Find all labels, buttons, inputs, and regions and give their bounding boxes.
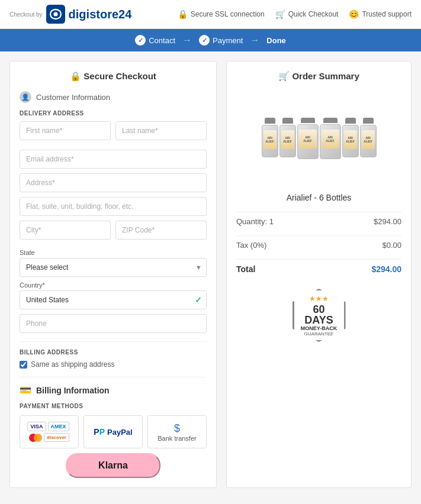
card-payment-button[interactable]: VISA AMEX discover: [20, 415, 79, 448]
done-step-label: Done: [266, 36, 286, 45]
bottle-body-2: ARIALIEF: [279, 125, 296, 157]
same-shipping-label: Same as shipping address: [31, 360, 114, 369]
header: Checkout by digistore24 🔒 Secure SSL con…: [0, 0, 421, 29]
bottle-cap-6: [363, 118, 374, 124]
bottle-body-3: ARIALIEF: [297, 124, 319, 159]
quick-checkout-label: Quick Checkout: [288, 10, 339, 18]
address2-group: [20, 197, 207, 216]
name-row: [20, 121, 207, 145]
step-contact: ✓ Contact: [135, 35, 175, 46]
visa-logo: VISA: [27, 422, 46, 431]
paypal-label: PayPal: [107, 428, 133, 437]
payment-methods-label: PAYMENT METHODS: [20, 403, 207, 409]
billing-info-section: 💳 Billing Information: [20, 377, 207, 396]
bottle-2: ARIALIEF: [279, 118, 296, 159]
total-line: Total $294.00: [236, 264, 401, 274]
hex-guarantee: GUARANTEE: [304, 331, 334, 337]
paypal-payment-button[interactable]: PP PayPal: [83, 415, 143, 448]
bottle-label-1: ARIALIEF: [263, 130, 277, 149]
customer-info-header: 👤 Customer Information: [20, 91, 207, 103]
bank-transfer-button[interactable]: $ Bank transfer: [147, 415, 207, 448]
same-shipping-checkbox[interactable]: [20, 361, 27, 369]
trusted-support-badge: 😊 Trusted support: [349, 9, 412, 19]
phone-group: [20, 314, 207, 333]
cart-icon: 🛒: [275, 9, 285, 19]
bottle-body-5: ARIALIEF: [342, 125, 359, 157]
bottle-label-text-3: ARIALIEF: [303, 135, 311, 143]
smile-icon: 😊: [349, 9, 359, 19]
amex-logo: AMEX: [48, 422, 69, 431]
arrow-2: →: [250, 35, 259, 46]
quantity-value: $294.00: [374, 217, 401, 226]
contact-check-icon: ✓: [135, 35, 146, 46]
bank-transfer-content: $ Bank transfer: [158, 422, 196, 442]
tax-value: $0.00: [382, 241, 401, 250]
address-input[interactable]: [20, 173, 207, 192]
state-select-wrapper: Please select ▼: [20, 258, 207, 277]
bottle-label-3: ARIALIEF: [299, 130, 317, 148]
order-summary-title: 🛒 Order Summary: [236, 71, 401, 82]
state-label: State: [20, 249, 207, 256]
svg-point-1: [53, 12, 57, 16]
discover-logo: discover: [44, 433, 69, 442]
city-group: [20, 221, 111, 240]
last-name-input[interactable]: [115, 121, 207, 140]
city-input[interactable]: [20, 221, 111, 240]
secure-checkout-title: 🔒 Secure Checkout: [20, 71, 207, 82]
paypal-p1: P: [94, 427, 99, 437]
bottle-label-2: ARIALIEF: [281, 130, 294, 149]
bottle-4-large: ARIALIEF: [320, 118, 341, 159]
product-name: Arialief - 6 Bottles: [236, 193, 401, 202]
checkout-by-label: Checkout by: [9, 11, 43, 18]
total-label: Total: [236, 264, 255, 274]
bottle-label-6: ARIALIEF: [362, 130, 375, 149]
credit-card-icon: 💳: [20, 385, 31, 396]
first-name-group: [20, 121, 111, 140]
bottle-3-large: ARIALIEF: [297, 118, 319, 159]
billing-info-label: Billing Information: [36, 386, 110, 395]
header-left: Checkout by digistore24: [9, 5, 131, 24]
mastercard-logo: [29, 434, 42, 442]
ssl-badge: 🔒 Secure SSL connection: [178, 9, 265, 19]
bottle-body-4: ARIALIEF: [320, 124, 341, 159]
state-select[interactable]: Please select: [20, 258, 207, 277]
klarna-row: Klarna: [20, 453, 207, 478]
product-image: ARIALIEF ARIALIEF: [236, 91, 401, 186]
main-content: 🔒 Secure Checkout 👤 Customer Information…: [0, 51, 421, 497]
bottles-container: ARIALIEF ARIALIEF: [262, 118, 377, 159]
klarna-button[interactable]: Klarna: [66, 453, 160, 478]
country-check-icon: ✓: [195, 295, 202, 305]
address2-input[interactable]: [20, 197, 207, 216]
hex-shape: ★★★ 60 DAYS MONEY-BACK GUARANTEE: [293, 289, 346, 342]
right-panel: 🛒 Order Summary ARIALIEF: [226, 61, 412, 488]
bottle-cap-3: [301, 118, 315, 123]
tax-label: Tax (0%): [236, 241, 266, 250]
guarantee-badge: ★★★ 60 DAYS MONEY-BACK GUARANTEE: [236, 286, 401, 345]
hexagon-badge: ★★★ 60 DAYS MONEY-BACK GUARANTEE: [290, 286, 349, 345]
phone-input[interactable]: [20, 314, 207, 333]
same-as-shipping-row: Same as shipping address: [20, 360, 207, 369]
bottle-label-4: ARIALIEF: [322, 130, 339, 148]
progress-bar: ✓ Contact → ✓ Payment → Done: [0, 29, 421, 51]
digistore-logo-icon: [46, 5, 65, 24]
bottle-label-5: ARIALIEF: [344, 130, 357, 149]
first-name-input[interactable]: [20, 121, 111, 140]
email-input[interactable]: [20, 150, 207, 169]
bank-label: Bank transfer: [158, 435, 196, 442]
city-zip-row: [20, 221, 207, 244]
quantity-label: Quantity: 1: [236, 217, 274, 226]
header-badges: 🔒 Secure SSL connection 🛒 Quick Checkout…: [178, 9, 412, 19]
ssl-icon: 🔒: [178, 9, 188, 19]
customer-info-label: Customer Information: [36, 93, 110, 102]
payment-step-label: Payment: [213, 36, 243, 45]
billing-address-label: BILLING ADDRESS: [20, 349, 207, 356]
card-logos: VISA AMEX discover: [25, 422, 73, 442]
country-select[interactable]: United States: [20, 290, 207, 309]
payment-methods-section: PAYMENT METHODS VISA AMEX di: [20, 403, 207, 478]
step-payment: ✓ Payment: [199, 35, 243, 46]
order-divider-2: [236, 235, 401, 236]
hex-days: 60 DAYS: [300, 304, 338, 325]
zip-input[interactable]: [115, 221, 207, 240]
bottle-body-1: ARIALIEF: [262, 125, 278, 157]
bottle-label-text-4: ARIALIEF: [326, 135, 334, 143]
